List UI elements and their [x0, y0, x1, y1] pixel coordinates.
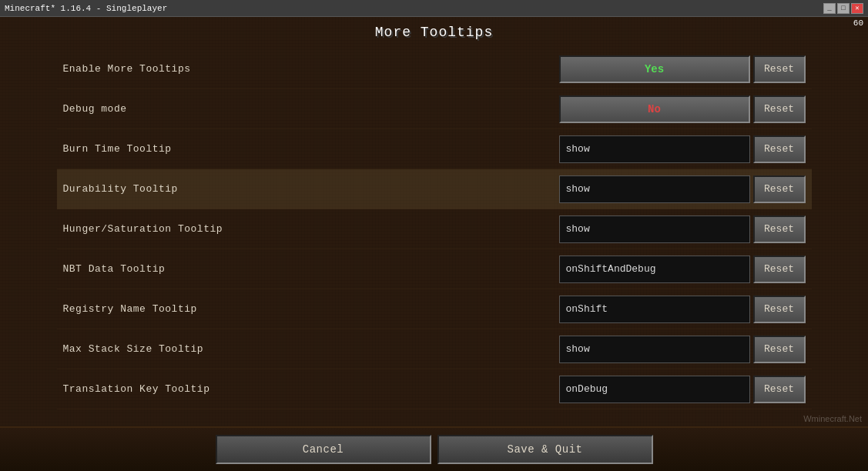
setting-row: Burn Time TooltipshowReset	[57, 129, 812, 169]
settings-list: Enable More TooltipsYesResetDebug modeNo…	[57, 49, 812, 471]
value-button[interactable]: onDebug	[559, 376, 750, 403]
value-button[interactable]: show	[559, 215, 750, 243]
setting-row: NBT Data TooltiponShiftAndDebugReset	[57, 249, 812, 289]
page-title: More Tooltips	[375, 25, 493, 40]
fps-counter: 60	[853, 18, 863, 28]
setting-control: onDebugReset	[559, 376, 806, 403]
toggle-button[interactable]: No	[559, 95, 750, 123]
reset-button[interactable]: Reset	[753, 135, 806, 163]
setting-control: showReset	[559, 135, 806, 163]
title-bar: Minecraft* 1.16.4 - Singleplayer _ □ ✕	[0, 0, 868, 17]
setting-control: NoReset	[559, 95, 806, 123]
setting-label: Translation Key Tooltip	[63, 383, 559, 395]
value-button[interactable]: onShiftAndDebug	[559, 256, 750, 283]
setting-row: Registry Name TooltiponShiftReset	[57, 289, 812, 329]
value-button[interactable]: show	[559, 336, 750, 363]
watermark: Wminecraft.Net	[803, 414, 862, 423]
setting-control: showReset	[559, 175, 806, 203]
reset-button[interactable]: Reset	[753, 336, 806, 363]
setting-row: Debug modeNoReset	[57, 89, 812, 129]
reset-button[interactable]: Reset	[753, 256, 806, 283]
setting-label: Debug mode	[63, 103, 559, 115]
reset-button[interactable]: Reset	[753, 175, 806, 203]
minimize-button[interactable]: _	[823, 3, 836, 14]
setting-row: Durability TooltipshowReset	[57, 169, 812, 209]
setting-label: Durability Tooltip	[63, 183, 559, 195]
reset-button[interactable]: Reset	[753, 376, 806, 403]
reset-button[interactable]: Reset	[753, 55, 806, 83]
setting-label: Registry Name Tooltip	[63, 303, 559, 315]
setting-control: showReset	[559, 336, 806, 363]
setting-control: YesReset	[559, 55, 806, 83]
setting-row: Hunger/Saturation TooltipshowReset	[57, 209, 812, 249]
value-button[interactable]: show	[559, 135, 750, 163]
title-bar-text: Minecraft* 1.16.4 - Singleplayer	[5, 4, 823, 13]
reset-button[interactable]: Reset	[753, 215, 806, 243]
setting-row: Enable More TooltipsYesReset	[57, 49, 812, 89]
setting-label: NBT Data Tooltip	[63, 263, 559, 275]
value-button[interactable]: onShift	[559, 296, 750, 323]
setting-label: Enable More Tooltips	[63, 63, 559, 75]
setting-row: Max Stack Size TooltipshowReset	[57, 329, 812, 369]
bottom-bar: Cancel Save & Quit	[0, 426, 868, 471]
setting-label: Hunger/Saturation Tooltip	[63, 223, 559, 235]
save-quit-button[interactable]: Save & Quit	[437, 435, 653, 464]
cancel-button[interactable]: Cancel	[216, 435, 431, 464]
toggle-button[interactable]: Yes	[559, 55, 750, 83]
settings-panel: Enable More TooltipsYesResetDebug modeNo…	[57, 49, 812, 471]
title-bar-controls: _ □ ✕	[823, 3, 863, 14]
setting-label: Max Stack Size Tooltip	[63, 343, 559, 355]
reset-button[interactable]: Reset	[753, 95, 806, 123]
main-content: More Tooltips Enable More TooltipsYesRes…	[0, 17, 868, 471]
close-button[interactable]: ✕	[851, 3, 863, 14]
setting-control: onShiftAndDebugReset	[559, 256, 806, 283]
setting-label: Burn Time Tooltip	[63, 143, 559, 155]
setting-control: showReset	[559, 215, 806, 243]
value-button[interactable]: show	[559, 175, 750, 203]
setting-row: Translation Key TooltiponDebugReset	[57, 369, 812, 409]
maximize-button[interactable]: □	[837, 3, 850, 14]
reset-button[interactable]: Reset	[753, 296, 806, 323]
setting-control: onShiftReset	[559, 296, 806, 323]
